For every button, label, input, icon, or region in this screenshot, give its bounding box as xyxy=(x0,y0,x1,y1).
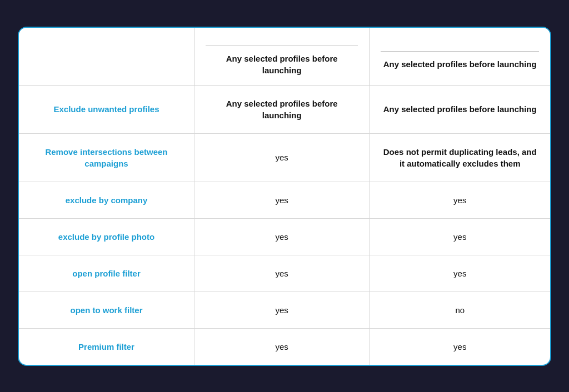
feature-label: exclude by profile photo xyxy=(58,232,154,242)
wc-cell: yes xyxy=(370,218,550,255)
lh-value: yes xyxy=(276,195,288,205)
feature-label: Premium filter xyxy=(78,342,134,351)
lh-subtitle: Any selected profiles before launching xyxy=(206,53,358,76)
feature-cell: exclude by profile photo xyxy=(19,218,194,255)
wc-cell: yes xyxy=(370,328,550,365)
lh-value: yes xyxy=(276,269,288,278)
wc-subtitle: Any selected profiles before launching xyxy=(381,58,539,70)
wc-value: no xyxy=(455,305,465,315)
table-row: exclude by profile photoyesyes xyxy=(19,218,550,255)
table-body: Exclude unwanted profilesAny selected pr… xyxy=(19,85,550,365)
wc-value: yes xyxy=(453,269,466,278)
feature-cell: open to work filter xyxy=(19,292,194,328)
table-row: Remove intersections between campaignsye… xyxy=(19,133,550,182)
feature-label: open profile filter xyxy=(72,269,141,278)
lh-cell: yes xyxy=(194,133,369,182)
wc-column-header: Any selected profiles before launching xyxy=(370,28,550,86)
lh-cell: yes xyxy=(194,218,369,255)
wc-cell: Does not permit duplicating leads, and i… xyxy=(370,133,550,182)
lh-cell: yes xyxy=(194,255,369,292)
lh-column-header: Any selected profiles before launching xyxy=(194,28,369,86)
wc-cell: yes xyxy=(370,255,550,292)
wc-cell: yes xyxy=(370,182,550,218)
feature-cell: Remove intersections between campaigns xyxy=(19,133,194,182)
table-row: Exclude unwanted profilesAny selected pr… xyxy=(19,85,550,133)
lh-value: yes xyxy=(276,232,288,242)
feature-cell: exclude by company xyxy=(19,182,194,218)
wc-cell: Any selected profiles before launching xyxy=(370,85,550,133)
lh-cell: yes xyxy=(194,182,369,218)
wc-value: yes xyxy=(453,342,466,351)
lh-cell: yes xyxy=(194,328,369,365)
wc-value: yes xyxy=(453,232,466,242)
feature-label: Remove intersections between campaigns xyxy=(45,147,167,168)
comparison-table: Any selected profiles before launching A… xyxy=(19,28,550,365)
lh-value: yes xyxy=(276,305,288,315)
feature-cell: open profile filter xyxy=(19,255,194,292)
wc-value: Does not permit duplicating leads, and i… xyxy=(383,147,537,168)
wc-cell: no xyxy=(370,292,550,328)
lh-cell: yes xyxy=(194,292,369,328)
feature-label: open to work filter xyxy=(70,305,142,315)
lh-value: yes xyxy=(276,342,288,351)
lh-value: Any selected profiles before launching xyxy=(226,99,338,120)
table-row: open to work filteryesno xyxy=(19,292,550,328)
feature-cell: Exclude unwanted profiles xyxy=(19,85,194,133)
lh-value: yes xyxy=(276,153,288,162)
wc-value: yes xyxy=(453,195,466,205)
feature-cell: Premium filter xyxy=(19,328,194,365)
table-row: Premium filteryesyes xyxy=(19,328,550,365)
feature-label: exclude by company xyxy=(66,195,148,205)
table-row: open profile filteryesyes xyxy=(19,255,550,292)
comparison-table-wrapper: Any selected profiles before launching A… xyxy=(18,27,551,366)
wc-value: Any selected profiles before launching xyxy=(383,104,537,114)
wc-header-divider xyxy=(381,51,539,52)
lh-header-divider xyxy=(206,46,358,46)
table-row: exclude by companyyesyes xyxy=(19,182,550,218)
feature-column-header xyxy=(19,28,194,86)
feature-label: Exclude unwanted profiles xyxy=(53,104,159,114)
lh-cell: Any selected profiles before launching xyxy=(194,85,369,133)
table-header-row: Any selected profiles before launching A… xyxy=(19,28,550,86)
